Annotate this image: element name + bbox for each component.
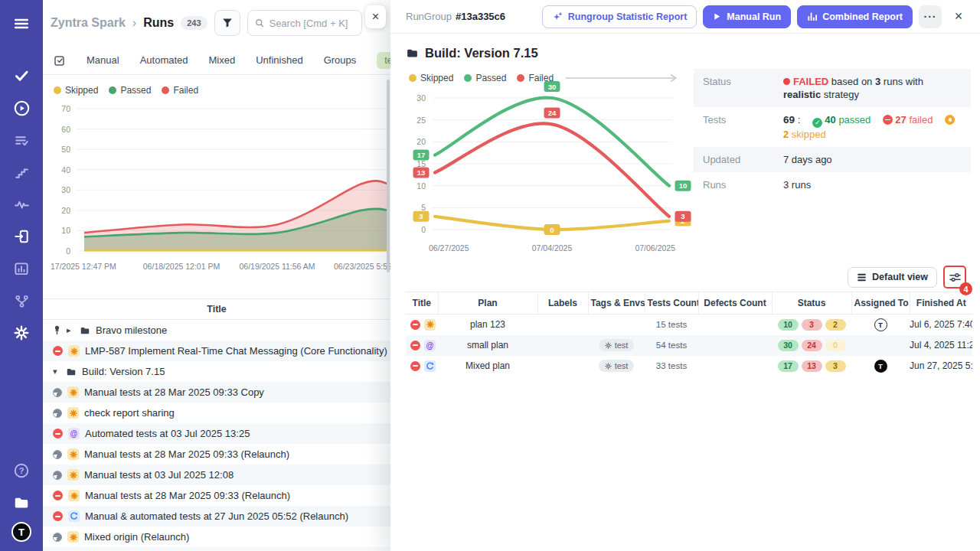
tab-mixed[interactable]: Mixed xyxy=(209,54,236,66)
column-header-tests-count[interactable]: Tests Count xyxy=(645,292,698,315)
column-header-assigned-to[interactable]: Assigned To xyxy=(851,292,910,315)
search-input[interactable] xyxy=(269,18,354,29)
menu-icon[interactable] xyxy=(8,11,35,37)
tab-groups[interactable]: Groups xyxy=(324,54,357,66)
default-view-button[interactable]: Default view xyxy=(848,267,937,288)
panel-close-button[interactable]: × xyxy=(365,5,386,28)
pulse-icon[interactable] xyxy=(8,191,35,217)
run-title: Manual tests at 28 Mar 2025 09:33 (Relau… xyxy=(84,448,289,460)
run-list-item[interactable]: Manual tests at 03 Jul 2025 12:08 xyxy=(43,465,390,485)
folder-icon[interactable] xyxy=(8,490,35,516)
status-failed-icon xyxy=(410,341,420,350)
branch-icon[interactable] xyxy=(8,288,35,314)
plan-name[interactable]: small plan xyxy=(438,335,537,356)
chevron-down-icon[interactable]: ▾ xyxy=(53,367,60,377)
run-title: Bravo milestone xyxy=(96,324,167,336)
select-checkbox-icon[interactable] xyxy=(54,54,66,67)
table-row[interactable]: Mixed plantest33 tests17133TJun 27, 2025… xyxy=(406,356,972,377)
run-list-item[interactable]: Manual tests at 28 Mar 2025 09:33 Copy xyxy=(43,382,390,403)
column-header-plan[interactable]: Plan xyxy=(438,292,537,315)
svg-text:30: 30 xyxy=(61,185,70,194)
rungroup-line-chart: 0510152025303021730101324306/27/202507/0… xyxy=(406,87,683,262)
run-list-item[interactable]: Manual tests at 28 Mar 2025 09:33 (Relau… xyxy=(43,485,390,506)
manual-run-icon xyxy=(67,407,79,419)
legend-passed[interactable]: Passed xyxy=(464,73,506,83)
svg-text:24: 24 xyxy=(548,109,557,117)
manual-run-button[interactable]: Manual Run xyxy=(703,5,791,28)
svg-text:07/04/2025: 07/04/2025 xyxy=(532,243,573,253)
table-row[interactable]: @small plantest54 tests30240Jul 4, 2025 … xyxy=(406,335,972,356)
column-header-status[interactable]: Status xyxy=(772,292,851,315)
combined-report-button[interactable]: Combined Report xyxy=(797,5,913,28)
legend-failed[interactable]: Failed xyxy=(162,85,198,96)
breadcrumb-project[interactable]: Zyntra Spark xyxy=(51,16,126,30)
drawer-header: RunGroup #13a335c6 Rungroup Statistic Re… xyxy=(390,0,980,34)
legend-passed[interactable]: Passed xyxy=(109,85,151,96)
assignee-avatar[interactable]: T xyxy=(874,360,887,373)
runs-trend-area-chart: 01020304050607017/2025 12:47 PM06/18/202… xyxy=(43,99,390,277)
rungroup-id: #13a335c6 xyxy=(456,11,505,22)
search-box[interactable] xyxy=(247,10,363,36)
svg-text:17/2025 12:47 PM: 17/2025 12:47 PM xyxy=(51,262,116,271)
svg-text:50: 50 xyxy=(61,145,70,154)
automated-run-icon: @ xyxy=(424,340,436,351)
more-actions-button[interactable]: ··· xyxy=(919,5,942,28)
column-header-finished-at[interactable]: Finished At xyxy=(910,292,972,315)
play-circle-icon[interactable] xyxy=(8,95,35,121)
legend-skipped[interactable]: Skipped xyxy=(54,85,98,96)
finished-at: Jul 4, 2025 11:27 xyxy=(910,335,972,356)
view-list-icon xyxy=(857,272,867,282)
run-list-item[interactable]: @Automated tests at 03 Jul 2025 13:25 xyxy=(43,423,390,444)
run-list-item[interactable]: Manual & automated tests at 27 Jun 2025 … xyxy=(43,506,390,527)
run-list-item[interactable]: LMP-587 Implement Real-Time Chat Messagi… xyxy=(43,341,390,361)
help-icon[interactable]: ? xyxy=(8,458,35,484)
rungroup-statistic-report-button[interactable]: Rungroup Statistic Report xyxy=(542,5,697,28)
steps-icon[interactable] xyxy=(8,159,35,185)
run-list-item[interactable] xyxy=(43,547,390,551)
tab-test-work[interactable]: test work xyxy=(377,52,390,69)
column-header-defects-count[interactable]: Defects Count xyxy=(698,292,772,315)
run-list-item[interactable]: Manual tests at 28 Mar 2025 09:33 (Relau… xyxy=(43,444,390,465)
bar-chart-icon[interactable] xyxy=(8,256,35,282)
run-list-item[interactable]: ▸Bravo milestone xyxy=(43,320,390,341)
skipped-pill: 0 xyxy=(825,340,846,351)
plan-name[interactable]: Mixed plan xyxy=(438,356,537,377)
tab-unfinished[interactable]: Unfinished xyxy=(256,54,302,66)
run-enter-icon[interactable] xyxy=(8,223,35,249)
list-check-icon[interactable] xyxy=(8,127,35,153)
status-failed-icon xyxy=(410,320,420,330)
automated-run-icon: @ xyxy=(68,428,80,439)
filter-button[interactable] xyxy=(214,10,240,36)
detail-row-runs: Runs 3 runs xyxy=(694,172,971,197)
user-avatar[interactable]: T xyxy=(11,522,31,542)
tab-manual[interactable]: Manual xyxy=(87,54,119,66)
legend-skipped[interactable]: Skipped xyxy=(409,73,453,83)
svg-text:10: 10 xyxy=(61,226,70,235)
table-row[interactable]: plan 12315 tests1032TJul 6, 2025 7:40 xyxy=(406,315,972,335)
run-list-item[interactable]: Mixed origin (Relaunch) xyxy=(43,527,390,547)
finished-at: Jun 27, 2025 5:5 xyxy=(910,356,972,377)
check-icon[interactable] xyxy=(8,63,35,89)
tab-automated[interactable]: Automated xyxy=(140,54,188,66)
assignee-avatar[interactable]: T xyxy=(874,318,887,331)
skipped-pill: 2 xyxy=(825,319,846,331)
passed-pill: 30 xyxy=(778,340,799,351)
drawer-close-button[interactable]: × xyxy=(948,6,969,28)
run-title: LMP-587 Implement Real-Time Chat Messagi… xyxy=(85,345,387,357)
manual-run-icon xyxy=(67,531,79,543)
column-header-tags-envs[interactable]: Tags & Envs xyxy=(588,292,645,315)
plan-name[interactable]: plan 123 xyxy=(438,315,537,335)
rungroup-runs-table: TitlePlanLabelsTags & EnvsTests CountDef… xyxy=(406,292,972,377)
column-header-title[interactable]: Title xyxy=(406,292,438,315)
gear-icon[interactable] xyxy=(8,320,35,346)
run-list-item[interactable]: ▾Build: Version 7.15 xyxy=(43,361,390,382)
scrollbar-thumb[interactable] xyxy=(387,80,390,272)
failed-icon xyxy=(883,115,893,125)
run-list-item[interactable]: check report sharing xyxy=(43,403,390,423)
pin-icon xyxy=(53,325,61,335)
table-settings-button[interactable]: 4 xyxy=(945,267,965,287)
column-header-labels[interactable]: Labels xyxy=(537,292,588,315)
sliders-icon xyxy=(949,271,962,284)
chevron-right-icon[interactable]: ▸ xyxy=(67,325,74,335)
chart-legend: SkippedPassedFailed xyxy=(43,81,390,99)
